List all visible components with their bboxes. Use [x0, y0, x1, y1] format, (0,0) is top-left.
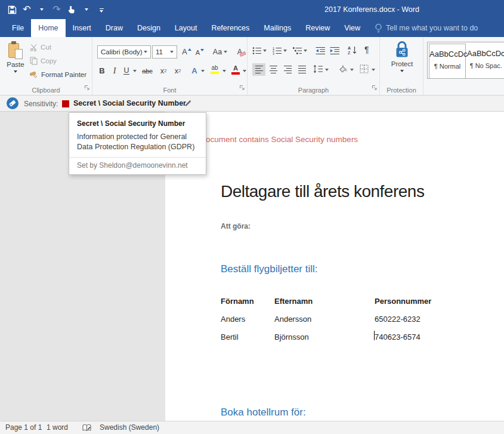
clear-formatting-button[interactable]: A — [234, 45, 249, 58]
change-case-button[interactable]: Aa — [211, 45, 230, 58]
paragraph-dialog-launcher[interactable] — [372, 84, 378, 93]
tab-home[interactable]: Home — [31, 19, 65, 37]
superscript-button[interactable]: x2 — [171, 64, 184, 77]
chevron-down-icon — [144, 51, 147, 53]
font-color-icon: A — [231, 65, 240, 75]
sensitivity-value: Secret \ Social Security Number — [73, 99, 186, 107]
style-no-spacing[interactable]: AaBbCcDc ¶ No Spac. — [467, 42, 504, 78]
tab-review[interactable]: Review — [298, 19, 337, 37]
language-status[interactable]: Swedish (Sweden) — [100, 421, 159, 434]
paragraph-group: 123 AZ ¶ — [248, 37, 380, 95]
strikethrough-button[interactable]: abc — [139, 64, 156, 77]
italic-button[interactable]: I — [109, 64, 120, 77]
window-title: 2017 Konferens.docx - Word — [324, 0, 419, 19]
align-right-button[interactable] — [281, 63, 294, 76]
style-normal[interactable]: AaBbCcDc ¶ Normal — [429, 44, 466, 79]
tell-me-label: Tell me what you want to do — [386, 24, 478, 32]
cut-button[interactable]: Cut — [30, 41, 51, 53]
numbering-button[interactable]: 123 — [273, 44, 282, 57]
line-spacing-button[interactable] — [313, 63, 323, 75]
multilevel-list-dropdown[interactable] — [304, 44, 307, 57]
style-name: ¶ Normal — [429, 63, 465, 70]
sort-button[interactable]: AZ — [348, 44, 357, 56]
proofing-status-button[interactable] — [82, 424, 92, 434]
text-effects-button[interactable]: A — [189, 64, 200, 77]
sort-icon: AZ — [348, 45, 357, 54]
tab-view[interactable]: View — [337, 19, 367, 37]
pencil-icon — [184, 99, 192, 107]
shrink-font-button[interactable]: A — [194, 46, 206, 59]
multilevel-list-button[interactable] — [293, 44, 302, 57]
touch-mode-button[interactable] — [66, 2, 78, 17]
lightbulb-icon — [375, 23, 382, 33]
style-name: ¶ No Spac. — [467, 62, 504, 69]
align-center-button[interactable] — [267, 63, 280, 76]
touch-mode-dropdown[interactable] — [81, 2, 92, 17]
tab-references[interactable]: References — [204, 19, 256, 37]
chevron-down-icon — [325, 69, 329, 71]
tab-insert[interactable]: Insert — [66, 19, 98, 37]
text-effects-dropdown[interactable] — [200, 64, 206, 77]
decrease-indent-icon — [316, 47, 326, 55]
underline-dropdown[interactable] — [132, 64, 138, 77]
shading-dropdown[interactable] — [350, 63, 354, 76]
customize-qat-button[interactable] — [95, 2, 107, 17]
shading-button[interactable] — [338, 63, 348, 75]
bullets-dropdown[interactable] — [263, 44, 267, 57]
highlight-dropdown[interactable] — [221, 64, 227, 77]
protect-button[interactable]: Protect — [388, 39, 416, 86]
document-area: ocument contains Social Security numbers… — [0, 112, 504, 421]
bold-button[interactable]: B — [96, 64, 108, 77]
line-spacing-dropdown[interactable] — [325, 63, 329, 76]
justify-button[interactable] — [295, 63, 308, 76]
grow-font-button[interactable]: A — [181, 45, 193, 58]
save-button[interactable] — [6, 2, 18, 17]
underline-button[interactable]: U — [121, 64, 132, 77]
borders-button[interactable] — [360, 63, 369, 75]
font-color-button[interactable]: A — [230, 63, 242, 76]
chevron-down-icon — [85, 8, 88, 11]
undo-dropdown[interactable] — [36, 2, 48, 17]
font-name-combo[interactable]: Calibri (Body) — [97, 45, 151, 59]
tab-layout[interactable]: Layout — [168, 19, 205, 37]
word-count[interactable]: 1 word — [47, 421, 68, 434]
font-color-dropdown[interactable] — [242, 64, 248, 77]
superscript-mark: 2 — [178, 68, 181, 73]
undo-button[interactable]: ↶ — [21, 2, 33, 17]
pilcrow-icon: ¶ — [364, 45, 369, 54]
edit-sensitivity-button[interactable] — [184, 99, 192, 109]
chevron-down-icon — [304, 50, 307, 52]
copy-button[interactable]: Copy — [30, 55, 57, 67]
subscript-button[interactable]: x2 — [157, 64, 170, 77]
chevron-down-icon — [14, 70, 17, 73]
increase-indent-button[interactable] — [330, 44, 340, 57]
tell-me-box[interactable]: Tell me what you want to do — [367, 19, 478, 37]
bullets-button[interactable] — [252, 44, 262, 57]
highlight-button[interactable]: ab — [208, 63, 221, 76]
align-left-button[interactable] — [252, 63, 265, 76]
page-count[interactable]: Page 1 of 1 — [5, 421, 42, 434]
borders-dropdown[interactable] — [372, 63, 375, 76]
chevron-down-icon — [224, 51, 227, 53]
font-dialog-launcher[interactable] — [239, 84, 245, 93]
clipboard-dialog-launcher[interactable] — [84, 84, 90, 93]
document-title: Deltagare till årets konferens — [221, 182, 424, 201]
format-painter-icon — [30, 70, 38, 79]
paste-button[interactable]: Paste — [4, 39, 27, 85]
document-page[interactable]: ocument contains Social Security numbers… — [165, 112, 504, 421]
numbering-dropdown[interactable] — [283, 44, 287, 57]
multilevel-list-icon — [293, 47, 302, 55]
tab-mailings[interactable]: Mailings — [256, 19, 298, 37]
tab-draw[interactable]: Draw — [98, 19, 130, 37]
cell-personnummer: 740623-6574 — [375, 333, 464, 341]
font-size-combo[interactable]: 11 — [152, 45, 177, 59]
show-hide-pilcrow-button[interactable]: ¶ — [364, 43, 369, 56]
redo-button[interactable]: ↷ — [51, 2, 63, 17]
tab-file[interactable]: File — [5, 19, 31, 37]
decrease-indent-button[interactable] — [316, 44, 326, 57]
format-painter-button[interactable]: Format Painter — [30, 69, 86, 81]
tab-design[interactable]: Design — [130, 19, 168, 37]
heading-flights: Beställ flygbiljetter till: — [221, 263, 318, 275]
borders-icon — [360, 64, 369, 73]
styles-gallery: AaBbCcDc ¶ Normal AaBbCcDc ¶ No Spac. — [427, 42, 504, 79]
